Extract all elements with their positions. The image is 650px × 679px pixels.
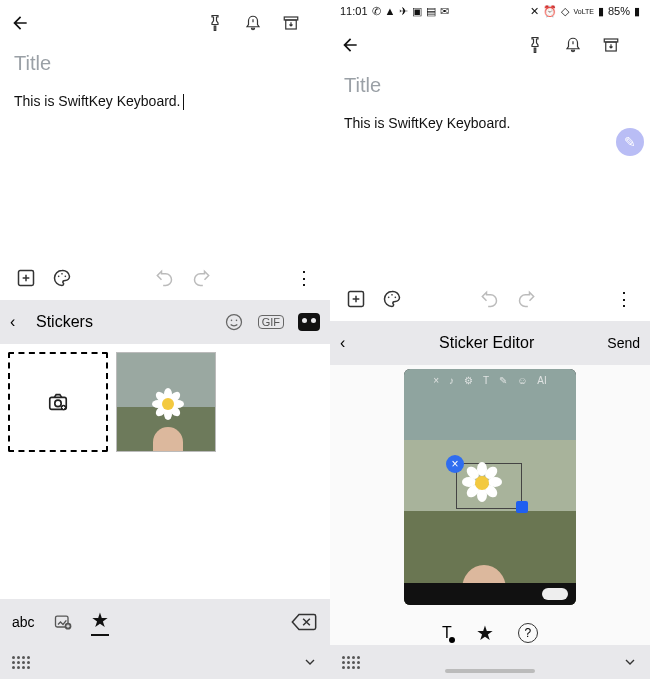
body-text: This is SwiftKey Keyboard. bbox=[14, 93, 181, 109]
pin-icon[interactable] bbox=[206, 14, 244, 32]
undo-button[interactable] bbox=[479, 289, 499, 309]
more-button[interactable]: ⋮ bbox=[606, 288, 642, 310]
tool-close-icon[interactable]: × bbox=[433, 375, 439, 386]
edit-fab[interactable]: ✎ bbox=[616, 128, 644, 156]
done-pill[interactable] bbox=[542, 588, 568, 600]
archive-icon[interactable] bbox=[602, 36, 640, 54]
sticker-canvas[interactable]: × ♪ ⚙ T ✎ ☺ AI × bbox=[404, 369, 576, 605]
gif-icon[interactable]: GIF bbox=[258, 315, 284, 329]
image-add-icon[interactable] bbox=[53, 612, 73, 632]
palette-button[interactable] bbox=[44, 268, 80, 288]
add-sticker-camera[interactable] bbox=[8, 352, 108, 452]
title-field[interactable]: Title bbox=[14, 52, 316, 75]
add-button[interactable] bbox=[8, 268, 44, 288]
archive-icon[interactable] bbox=[282, 14, 320, 32]
add-button[interactable] bbox=[338, 289, 374, 309]
daisy-sticker[interactable] bbox=[464, 465, 500, 501]
alarm-icon: ⏰ bbox=[543, 5, 557, 18]
keyboard-switch-icon[interactable] bbox=[12, 656, 30, 669]
stickers-heading: Stickers bbox=[36, 313, 93, 331]
tool-text-icon[interactable]: T bbox=[483, 375, 489, 386]
back-button[interactable] bbox=[10, 13, 30, 33]
tool-sticker-icon[interactable]: ☺ bbox=[517, 375, 527, 386]
svg-point-4 bbox=[61, 273, 63, 275]
pin-icon[interactable] bbox=[526, 36, 564, 54]
more-button[interactable]: ⋮ bbox=[286, 267, 322, 289]
status-time: 11:01 bbox=[340, 5, 368, 17]
body-text: This is SwiftKey Keyboard. bbox=[344, 115, 511, 131]
canvas-bottom-bar bbox=[404, 583, 576, 605]
delete-handle[interactable]: × bbox=[446, 455, 464, 473]
wifi-icon: ◇ bbox=[561, 5, 569, 18]
editor-toolstrip[interactable]: × ♪ ⚙ T ✎ ☺ AI bbox=[404, 375, 576, 386]
note-body[interactable]: This is SwiftKey Keyboard. bbox=[344, 115, 636, 131]
editor-heading: Sticker Editor bbox=[366, 334, 607, 352]
notif-icon: ▤ bbox=[426, 5, 436, 18]
abc-button[interactable]: abc bbox=[12, 614, 35, 630]
svg-point-8 bbox=[235, 319, 237, 321]
backspace-button[interactable] bbox=[290, 612, 318, 632]
mute-icon: ✕ bbox=[530, 5, 539, 18]
svg-point-17 bbox=[388, 297, 390, 299]
favorites-tab[interactable]: ★ bbox=[476, 621, 494, 645]
telegram-icon: ✈ bbox=[399, 5, 408, 18]
home-indicator bbox=[445, 669, 535, 673]
resize-handle[interactable] bbox=[516, 501, 528, 513]
svg-point-7 bbox=[230, 319, 232, 321]
collapse-icon[interactable] bbox=[302, 654, 318, 670]
stickers-back-button[interactable]: ‹ bbox=[10, 313, 36, 331]
tool-adjust-icon[interactable]: ⚙ bbox=[464, 375, 473, 386]
redo-button[interactable] bbox=[192, 268, 212, 288]
redo-button[interactable] bbox=[517, 289, 537, 309]
keyboard-switch-icon[interactable] bbox=[342, 656, 360, 669]
title-field[interactable]: Title bbox=[344, 74, 636, 97]
mail-icon: ✉ bbox=[440, 5, 449, 18]
palette-button[interactable] bbox=[374, 289, 410, 309]
send-button[interactable]: Send bbox=[607, 335, 640, 351]
tool-crop-icon[interactable]: ♪ bbox=[449, 375, 454, 386]
signal-icon: ▮ bbox=[598, 5, 604, 18]
svg-point-3 bbox=[58, 275, 60, 277]
svg-point-5 bbox=[65, 275, 67, 277]
help-button[interactable]: ? bbox=[518, 623, 538, 643]
tool-ai-icon[interactable]: AI bbox=[537, 375, 546, 386]
note-body[interactable]: This is SwiftKey Keyboard. bbox=[14, 93, 316, 110]
volte-icon: VoLTE bbox=[573, 8, 594, 15]
text-cursor bbox=[183, 94, 184, 110]
undo-button[interactable] bbox=[154, 268, 174, 288]
back-button[interactable] bbox=[340, 35, 360, 55]
favorites-tab[interactable]: ★ bbox=[91, 608, 109, 636]
svg-point-6 bbox=[226, 314, 241, 329]
cloud-icon: ▲ bbox=[385, 5, 396, 17]
whatsapp-icon: ✆ bbox=[372, 5, 381, 18]
svg-point-18 bbox=[391, 294, 393, 296]
hand-shape bbox=[153, 427, 183, 452]
reminder-icon[interactable] bbox=[244, 14, 282, 32]
collapse-icon[interactable] bbox=[622, 654, 638, 670]
sticker-thumbnail[interactable] bbox=[116, 352, 216, 452]
svg-point-19 bbox=[395, 297, 397, 299]
battery-text: 85% bbox=[608, 5, 630, 17]
sticker-mask-icon[interactable] bbox=[298, 313, 320, 331]
camera-icon bbox=[47, 391, 69, 413]
editor-back-button[interactable]: ‹ bbox=[340, 334, 366, 352]
reminder-icon[interactable] bbox=[564, 36, 602, 54]
tool-draw-icon[interactable]: ✎ bbox=[499, 375, 507, 386]
svg-point-10 bbox=[55, 400, 61, 406]
message-icon: ▣ bbox=[412, 5, 422, 18]
emoji-icon[interactable] bbox=[224, 312, 244, 332]
text-tool-icon[interactable]: T bbox=[442, 624, 452, 642]
battery-icon: ▮ bbox=[634, 5, 640, 18]
daisy-icon bbox=[155, 391, 181, 417]
